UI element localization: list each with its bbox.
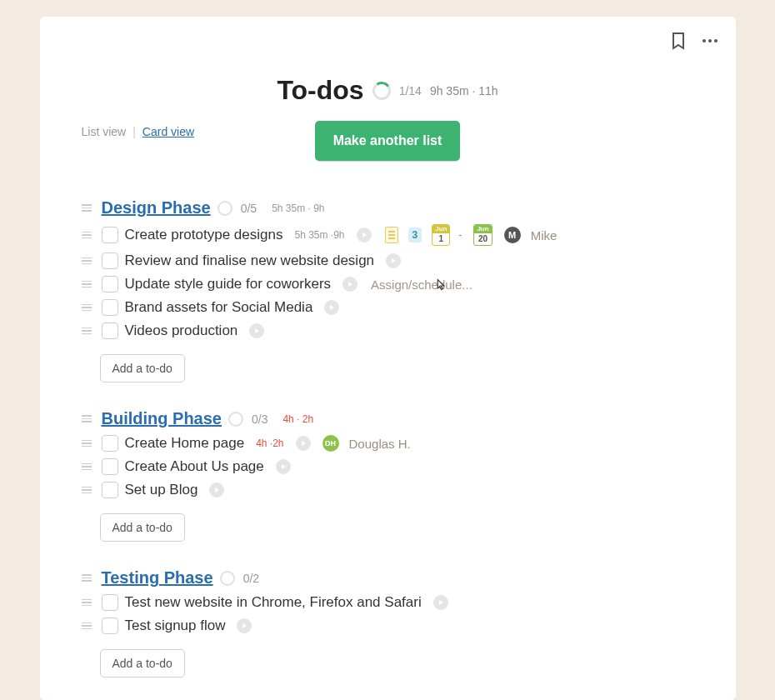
list-title-link[interactable]: Design Phase	[102, 198, 211, 218]
todo-row: Set up Blog	[82, 482, 694, 498]
todo-checkbox[interactable]	[102, 299, 118, 316]
page-title: To-dos	[277, 75, 363, 106]
drag-handle-icon[interactable]	[82, 232, 92, 239]
play-icon[interactable]	[357, 228, 372, 242]
play-icon[interactable]	[386, 253, 401, 268]
list-count: 0/2	[243, 572, 259, 585]
todo-checkbox[interactable]	[102, 435, 118, 452]
todo-text[interactable]: Test new website in Chrome, Firefox and …	[125, 594, 422, 611]
bookmark-icon[interactable]	[671, 32, 686, 50]
todo-checkbox[interactable]	[102, 618, 118, 634]
list-design-phase: Design Phase 0/5 5h 35m · 9h Create prot…	[82, 198, 694, 382]
list-time: 4h · 2h	[282, 413, 313, 425]
play-icon[interactable]	[324, 300, 339, 315]
drag-handle-icon[interactable]	[82, 622, 92, 630]
progress-circle	[220, 571, 235, 586]
avatar[interactable]: M	[504, 227, 521, 243]
todo-row: Test new website in Chrome, Firefox and …	[82, 594, 694, 611]
todo-row: Brand assets for Social Media	[82, 299, 694, 316]
drag-handle-icon[interactable]	[82, 281, 92, 288]
todo-row: Create prototype designs 5h 35m ·9h 3 Ju…	[82, 224, 694, 246]
todo-time: 4h ·2h	[256, 438, 283, 449]
drag-handle-icon[interactable]	[82, 415, 92, 422]
overall-count: 1/14	[399, 84, 422, 98]
todo-row: Create Home page 4h ·2h DH Douglas H.	[82, 435, 694, 452]
todo-text[interactable]: Create prototype designs	[125, 227, 283, 243]
svg-point-2	[714, 39, 718, 42]
list-count: 0/3	[252, 412, 268, 426]
list-time: 5h 35m · 9h	[272, 202, 324, 214]
overall-time: 9h 35m · 11h	[430, 84, 498, 98]
drag-handle-icon[interactable]	[82, 328, 92, 335]
attachment-count[interactable]: 3	[408, 228, 422, 242]
todo-text[interactable]: Brand assets for Social Media	[125, 299, 313, 316]
progress-circle	[218, 201, 232, 216]
todo-row: Videos production	[82, 322, 694, 339]
todo-text[interactable]: Create About Us page	[125, 458, 264, 475]
assignee-name[interactable]: Mike	[531, 228, 558, 242]
todo-checkbox[interactable]	[102, 276, 118, 292]
svg-point-1	[708, 39, 712, 42]
todo-text[interactable]: Videos production	[125, 322, 238, 339]
card-view-link[interactable]: Card view	[142, 125, 194, 138]
todo-text[interactable]: Create Home page	[125, 435, 245, 452]
todo-time: 5h 35m ·9h	[294, 229, 344, 241]
todo-checkbox[interactable]	[102, 594, 118, 611]
todo-checkbox[interactable]	[102, 482, 118, 498]
drag-handle-icon[interactable]	[82, 204, 92, 212]
add-todo-button[interactable]: Add a to-do	[100, 354, 185, 382]
add-todo-button[interactable]: Add a to-do	[100, 649, 185, 678]
play-icon[interactable]	[296, 436, 311, 451]
drag-handle-icon[interactable]	[82, 574, 92, 582]
avatar[interactable]: DH	[322, 435, 339, 452]
play-icon[interactable]	[209, 482, 224, 498]
header: To-dos 1/14 9h 35m · 11h Make another li…	[82, 75, 694, 161]
drag-handle-icon[interactable]	[82, 304, 92, 312]
view-switcher: List view | Card view	[82, 125, 195, 138]
drag-handle-icon[interactable]	[82, 440, 92, 448]
todo-checkbox[interactable]	[102, 252, 118, 269]
cursor-icon	[436, 278, 446, 291]
assignee-name[interactable]: Douglas H.	[349, 437, 411, 451]
svg-point-0	[702, 39, 706, 42]
todo-row: Test signup flow	[82, 618, 694, 634]
card-toolbar	[671, 32, 719, 50]
todo-text[interactable]: Update style guide for coworkers	[125, 276, 332, 292]
assign-schedule-link[interactable]: Assign/schedule...	[371, 278, 472, 292]
todo-card: To-dos 1/14 9h 35m · 11h Make another li…	[40, 17, 736, 700]
document-icon[interactable]	[385, 227, 398, 243]
todo-checkbox[interactable]	[102, 227, 118, 243]
drag-handle-icon[interactable]	[82, 463, 92, 471]
play-icon[interactable]	[342, 277, 358, 292]
drag-handle-icon[interactable]	[82, 487, 92, 494]
more-icon[interactable]	[701, 32, 719, 50]
make-another-list-button[interactable]: Make another list	[315, 121, 461, 161]
list-title-link[interactable]: Building Phase	[102, 409, 222, 428]
list-count: 0/5	[241, 202, 257, 215]
drag-handle-icon[interactable]	[82, 599, 92, 607]
play-icon[interactable]	[276, 459, 291, 474]
progress-circle	[372, 82, 391, 100]
todo-checkbox[interactable]	[102, 458, 118, 475]
todo-row: Update style guide for coworkers Assign/…	[82, 276, 694, 292]
list-building-phase: Building Phase 0/3 4h · 2h Create Home p…	[82, 409, 694, 542]
list-testing-phase: Testing Phase 0/2 Test new website in Ch…	[82, 568, 694, 678]
todo-row: Create About Us page	[82, 458, 694, 475]
play-icon[interactable]	[249, 323, 264, 338]
progress-circle	[228, 412, 243, 427]
date-to-chip[interactable]: Jun20	[473, 224, 492, 246]
todo-row: Review and finalise new website design	[82, 252, 694, 269]
list-title-link[interactable]: Testing Phase	[102, 568, 213, 588]
todo-text[interactable]: Review and finalise new website design	[125, 252, 375, 269]
todo-text[interactable]: Test signup flow	[125, 618, 226, 634]
lists-container: Design Phase 0/5 5h 35m · 9h Create prot…	[82, 198, 694, 700]
list-view-label[interactable]: List view	[82, 125, 127, 138]
play-icon[interactable]	[237, 618, 252, 633]
play-icon[interactable]	[433, 595, 448, 610]
todo-text[interactable]: Set up Blog	[125, 482, 198, 498]
todo-checkbox[interactable]	[102, 322, 118, 339]
drag-handle-icon[interactable]	[82, 258, 92, 265]
add-todo-button[interactable]: Add a to-do	[100, 513, 185, 542]
date-from-chip[interactable]: Jun1	[432, 224, 450, 246]
